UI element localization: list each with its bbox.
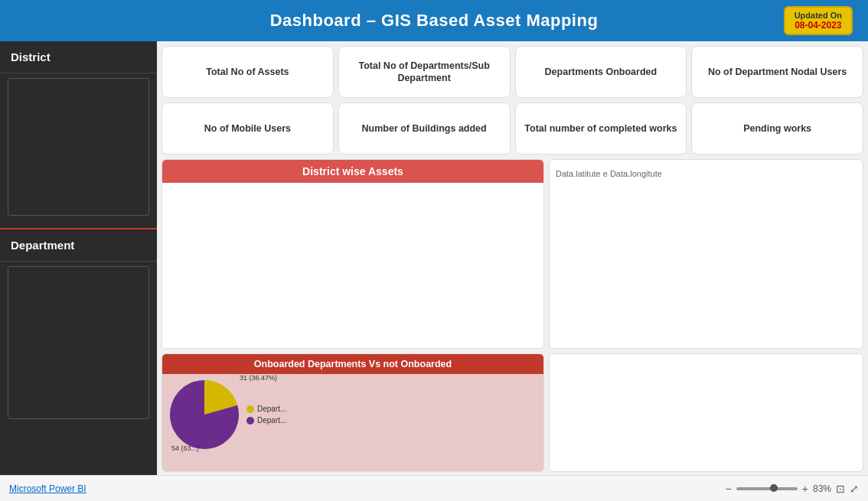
zoom-slider-thumb [770,484,778,492]
sidebar-department-box[interactable] [8,266,149,419]
stat-card-total-assets[interactable]: Total No of Assets [162,46,334,98]
main-panel: Total No of Assets Total No of Departmen… [157,41,868,475]
stat-card-total-depts[interactable]: Total No of Departments/Sub Department [338,46,511,98]
updated-badge: Updated On 08-04-2023 [784,6,853,35]
content-area: District Department Total No of Assets T… [0,41,868,475]
map-placeholder-text: Data.latitute e Data.longitute [556,169,662,178]
district-chart-body [162,183,543,348]
pie-legend-item-1: Depart... [246,405,286,413]
stat-label-total-depts: Total No of Departments/Sub Department [347,60,502,85]
zoom-plus-button[interactable]: + [802,483,808,495]
stat-label-completed-works: Total number of completed works [524,122,677,135]
pie-legend: Depart... Depart... [246,405,286,428]
stat-label-pending-works: Pending works [743,122,811,135]
district-assets-area: District wise Assets Data.latitute e Dat… [162,159,863,349]
pie-legend-dot-1 [246,405,254,413]
updated-label: Updated On [795,11,842,20]
pie-annotation-2: 54 (63...) [171,444,199,452]
sidebar-district-box[interactable] [8,78,149,216]
sidebar: District Department [0,41,157,475]
pie-svg [170,380,239,449]
pie-chart-body: 31 (36.47%) 54 (63...) Depart... Depart.… [162,374,543,458]
pie-svg-wrap: 31 (36.47%) 54 (63...) [170,380,239,452]
zoom-percent: 83% [813,483,831,494]
stat-label-mobile-users: No of Mobile Users [204,122,291,135]
pie-legend-label-1: Depart... [257,405,286,413]
stat-card-completed-works[interactable]: Total number of completed works [515,102,687,155]
stat-card-buildings-added[interactable]: Number of Buildings added [338,102,511,155]
stats-row-2: No of Mobile Users Number of Buildings a… [162,102,863,155]
zoom-minus-button[interactable]: − [726,483,732,495]
bottom-row: Onboarded Departments Vs not Onboarded 3… [162,353,863,472]
stat-card-nodal-users[interactable]: No of Department Nodal Users [691,46,863,98]
updated-date: 08-04-2023 [795,20,842,31]
zoom-slider[interactable] [736,487,798,490]
district-chart-header: District wise Assets [162,160,543,183]
zoom-controls: − + 83% ⊡ ⤢ [726,483,859,495]
pie-legend-label-2: Depart... [257,416,286,425]
pie-legend-item-2: Depart... [246,416,286,425]
pie-chart-panel[interactable]: Onboarded Departments Vs not Onboarded 3… [162,353,544,472]
pie-legend-dot-2 [246,417,254,425]
empty-panel [549,353,863,472]
district-chart-panel[interactable]: District wise Assets [162,159,544,349]
stat-card-mobile-users[interactable]: No of Mobile Users [162,102,334,155]
stat-label-total-assets: Total No of Assets [206,66,289,78]
stat-label-depts-onboarded: Departments Onboarded [545,66,658,78]
fit-to-screen-icon[interactable]: ⊡ [836,483,845,495]
sidebar-district-label[interactable]: District [0,41,157,73]
stat-card-pending-works[interactable]: Pending works [691,102,863,155]
right-panel: Data.latitute e Data.longitute [549,159,863,349]
power-bi-link[interactable]: Microsoft Power BI [9,483,86,494]
header: Dashboard – GIS Based Asset Mapping Upda… [0,0,868,41]
bottom-bar: Microsoft Power BI − + 83% ⊡ ⤢ [0,475,868,501]
stats-row-1: Total No of Assets Total No of Departmen… [162,46,863,98]
dashboard-title: Dashboard – GIS Based Asset Mapping [270,11,599,31]
main-wrapper: Dashboard – GIS Based Asset Mapping Upda… [0,0,868,501]
stat-card-depts-onboarded[interactable]: Departments Onboarded [515,46,687,98]
stat-label-nodal-users: No of Department Nodal Users [708,66,847,78]
sidebar-department-label[interactable]: Department [0,228,157,262]
pie-annotation-1: 31 (36.47%) [240,374,277,382]
pie-chart-header: Onboarded Departments Vs not Onboarded [162,354,543,374]
map-placeholder[interactable]: Data.latitute e Data.longitute [549,159,863,349]
stat-label-buildings-added: Number of Buildings added [362,122,487,135]
expand-icon[interactable]: ⤢ [850,483,859,495]
